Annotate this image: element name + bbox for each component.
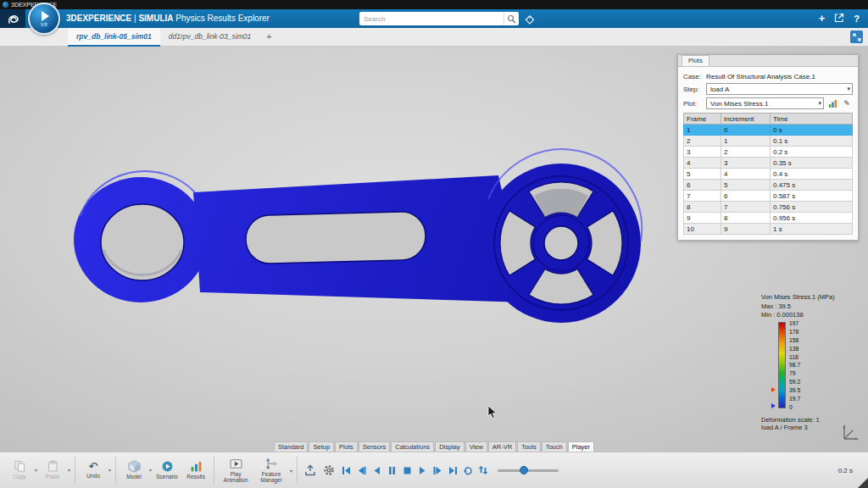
ribbon-tab-touch[interactable]: Touch — [542, 441, 567, 452]
paste-dropdown-icon[interactable]: ▾ — [68, 467, 70, 473]
axes-triad-icon — [839, 422, 860, 442]
legend-tick: 59.2 — [789, 379, 800, 385]
dassault-logo-icon — [0, 9, 25, 28]
model-dropdown-icon[interactable]: ▾ — [149, 467, 152, 473]
undo-button[interactable]: ↶ Undo — [79, 461, 108, 479]
table-row[interactable]: 8 7 0.756 s — [684, 202, 853, 213]
legend-max-marker — [771, 387, 776, 392]
new-tab-button[interactable]: + — [259, 28, 278, 47]
bounce-mode-icon[interactable] — [476, 463, 490, 477]
play-icon[interactable] — [415, 463, 429, 477]
skip-to-start-icon[interactable] — [339, 463, 353, 477]
model-3d-part[interactable] — [0, 47, 678, 452]
results-button[interactable]: Results — [181, 460, 210, 480]
app-window: 3DEXPERIENCE 3DEXPERIENCE | SIMULIA Phys… — [0, 0, 868, 488]
play-animation-button[interactable]: Play Animation — [218, 458, 253, 483]
undo-dropdown-icon[interactable]: ▾ — [108, 467, 111, 473]
plot-chart-icon[interactable] — [826, 97, 838, 109]
frames-table: Frame Increment Time 1 0 0 s 2 — [683, 113, 853, 235]
tab-document-inactive[interactable]: dd1rpv_db_link-03_sim01 — [160, 28, 259, 47]
model-button[interactable]: Model — [120, 460, 148, 480]
ribbon-tab-setup[interactable]: Setup — [309, 441, 334, 452]
cell-time: 0 s — [771, 125, 853, 136]
tag-icon[interactable] — [524, 14, 535, 25]
cell-time: 0.756 s — [771, 202, 853, 213]
ribbon-tab-player[interactable]: Player — [568, 441, 594, 452]
cell-time: 0.956 s — [771, 213, 853, 224]
add-content-button[interactable]: + — [819, 9, 826, 28]
table-row[interactable]: 6 5 0.475 s — [684, 180, 853, 191]
ribbon-tab-arvr[interactable]: AR-VR — [488, 441, 516, 452]
table-row[interactable]: 1 0 0 s — [684, 125, 853, 136]
ribbon-tab-view[interactable]: View — [465, 441, 487, 452]
paste-button[interactable]: Paste — [38, 460, 67, 480]
step-backward-icon[interactable] — [354, 463, 368, 477]
3d-viewport[interactable]: Plots Case: Result Of Structural Analysi… — [0, 47, 868, 452]
header-actions: + ? — [819, 9, 860, 28]
plots-panel-tab[interactable]: Plots — [682, 55, 709, 66]
cell-time: 0.587 s — [771, 191, 853, 202]
ribbon-tab-standard[interactable]: Standard — [274, 441, 308, 452]
table-row[interactable]: 7 6 0.587 s — [684, 191, 853, 202]
speed-slider[interactable] — [498, 464, 559, 476]
compass-play-icon — [42, 11, 49, 21]
play-animation-icon — [230, 458, 242, 470]
cell-time: 0.1 s — [771, 136, 853, 147]
results-icon — [190, 460, 203, 473]
legend-tick: 79 — [789, 370, 800, 376]
plot-select[interactable]: Von Mises Stress.1 ▾ — [706, 97, 824, 109]
stop-icon[interactable] — [400, 463, 414, 477]
legend-color-bar — [778, 322, 786, 408]
table-row[interactable]: 2 1 0.1 s — [684, 136, 853, 147]
copy-button[interactable]: Copy — [5, 460, 34, 480]
tab-document-active[interactable]: rpv_db_link-05_sim01 — [68, 28, 160, 47]
feature-manager-button[interactable]: Feature Manager — [253, 458, 289, 483]
loop-icon[interactable] — [461, 463, 475, 477]
toolbar-separator — [75, 457, 75, 484]
compass-badge[interactable]: V.R — [28, 3, 60, 35]
search-input[interactable] — [359, 15, 504, 23]
player-settings-gear-icon[interactable] — [321, 463, 337, 478]
feature-manager-icon — [265, 458, 278, 470]
cell-increment: 7 — [721, 202, 771, 213]
ribbon-tab-plots[interactable]: Plots — [335, 441, 358, 452]
export-animation-icon[interactable] — [303, 463, 318, 478]
search-icon[interactable] — [504, 12, 519, 25]
undo-icon: ↶ — [89, 461, 98, 472]
scenario-button[interactable]: Scenario — [153, 460, 181, 480]
legend-tick: 39.5 — [789, 387, 800, 393]
slider-knob[interactable] — [520, 466, 528, 474]
skip-to-end-icon[interactable] — [446, 463, 459, 477]
ribbon-tab-sensors[interactable]: Sensors — [359, 441, 391, 452]
play-reverse-icon[interactable] — [370, 463, 383, 477]
toolbar-separator — [115, 457, 116, 484]
copy-dropdown-icon[interactable]: ▾ — [35, 467, 37, 473]
cell-frame: 3 — [684, 147, 721, 158]
help-button[interactable]: ? — [854, 14, 860, 24]
model-cube-icon — [128, 460, 141, 473]
table-row[interactable]: 4 3 0.35 s — [684, 158, 853, 169]
feature-manager-dropdown-icon[interactable]: ▾ — [290, 468, 292, 474]
table-row[interactable]: 3 2 0.2 s — [684, 147, 853, 158]
table-row[interactable]: 9 8 0.956 s — [684, 213, 853, 224]
app-logo-icon — [3, 2, 8, 8]
legend-tick: 98.7 — [789, 362, 800, 368]
pause-icon[interactable] — [385, 463, 398, 477]
slider-track[interactable] — [498, 469, 559, 472]
table-row[interactable]: 10 9 1 s — [684, 224, 853, 235]
ribbon-tab-tools[interactable]: Tools — [517, 441, 541, 452]
time-step-display: 0.2 s — [838, 467, 853, 474]
ribbon-tab-calculations[interactable]: Calculations — [391, 441, 434, 452]
legend-tick: 0 — [789, 404, 800, 410]
product-name: SIMULIA — [138, 14, 173, 23]
step-select[interactable]: load A ▾ — [706, 83, 853, 95]
edit-plot-icon[interactable]: ✎ — [841, 97, 853, 109]
ribbon-tab-display[interactable]: Display — [435, 441, 465, 452]
step-forward-icon[interactable] — [431, 463, 444, 477]
window-resize-handle[interactable] — [858, 478, 868, 488]
chevron-down-icon: ▾ — [847, 86, 850, 92]
table-row[interactable]: 5 4 0.4 s — [684, 169, 853, 180]
title-separator: | — [134, 14, 136, 23]
share-icon[interactable] — [834, 11, 844, 26]
expand-view-icon[interactable] — [850, 30, 863, 43]
